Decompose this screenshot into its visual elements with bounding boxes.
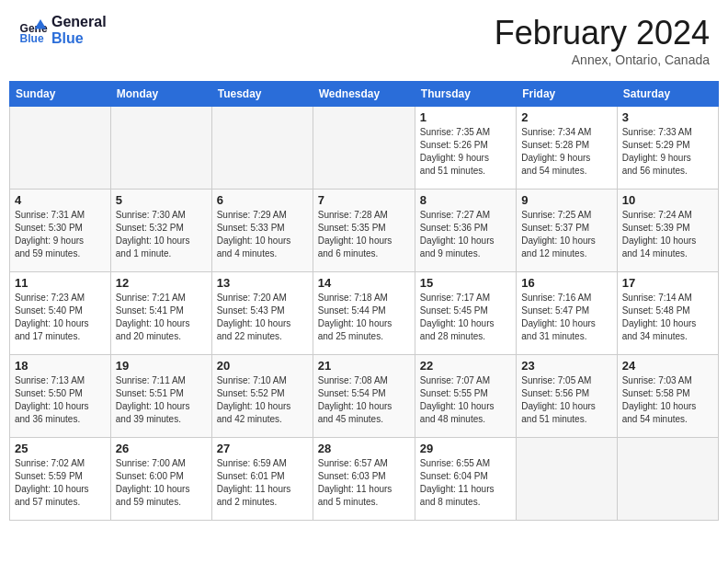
weekday-header-thursday: Thursday bbox=[415, 82, 516, 107]
calendar-cell: 13Sunrise: 7:20 AM Sunset: 5:43 PM Dayli… bbox=[211, 272, 313, 355]
weekday-header-sunday: Sunday bbox=[10, 82, 111, 107]
day-number: 6 bbox=[217, 193, 308, 207]
day-number: 13 bbox=[217, 276, 308, 290]
calendar-cell: 14Sunrise: 7:18 AM Sunset: 5:44 PM Dayli… bbox=[313, 272, 415, 355]
day-info: Sunrise: 7:29 AM Sunset: 5:33 PM Dayligh… bbox=[217, 209, 308, 260]
day-number: 27 bbox=[217, 442, 308, 455]
calendar-cell: 21Sunrise: 7:08 AM Sunset: 5:54 PM Dayli… bbox=[313, 355, 415, 438]
calendar-cell: 1Sunrise: 7:35 AM Sunset: 5:26 PM Daylig… bbox=[415, 107, 516, 190]
day-number: 10 bbox=[622, 193, 713, 207]
day-info: Sunrise: 6:57 AM Sunset: 6:03 PM Dayligh… bbox=[318, 457, 410, 509]
calendar-cell: 12Sunrise: 7:21 AM Sunset: 5:41 PM Dayli… bbox=[110, 272, 211, 355]
day-info: Sunrise: 7:10 AM Sunset: 5:52 PM Dayligh… bbox=[217, 374, 308, 426]
calendar-cell: 8Sunrise: 7:27 AM Sunset: 5:36 PM Daylig… bbox=[415, 190, 516, 272]
calendar-cell: 25Sunrise: 7:02 AM Sunset: 5:59 PM Dayli… bbox=[10, 438, 111, 521]
logo: General Blue General Blue bbox=[18, 14, 107, 46]
calendar-title: February 2024 bbox=[495, 14, 710, 52]
day-number: 20 bbox=[217, 359, 308, 373]
calendar-cell bbox=[517, 438, 617, 521]
day-info: Sunrise: 7:24 AM Sunset: 5:39 PM Dayligh… bbox=[622, 209, 713, 260]
day-info: Sunrise: 7:02 AM Sunset: 5:59 PM Dayligh… bbox=[15, 457, 106, 509]
day-number: 28 bbox=[318, 442, 410, 455]
day-info: Sunrise: 7:05 AM Sunset: 5:56 PM Dayligh… bbox=[521, 374, 611, 426]
day-info: Sunrise: 7:28 AM Sunset: 5:35 PM Dayligh… bbox=[318, 209, 410, 260]
day-number: 12 bbox=[116, 276, 207, 290]
calendar-cell: 5Sunrise: 7:30 AM Sunset: 5:32 PM Daylig… bbox=[110, 190, 211, 272]
day-number: 11 bbox=[15, 276, 106, 290]
page-header: General Blue General Blue February 2024 … bbox=[9, 9, 719, 72]
title-block: February 2024 Annex, Ontario, Canada bbox=[495, 14, 710, 67]
day-number: 4 bbox=[15, 193, 106, 207]
day-info: Sunrise: 7:21 AM Sunset: 5:41 PM Dayligh… bbox=[116, 292, 207, 343]
weekday-header-saturday: Saturday bbox=[617, 82, 718, 107]
calendar-cell: 6Sunrise: 7:29 AM Sunset: 5:33 PM Daylig… bbox=[211, 190, 313, 272]
day-number: 14 bbox=[318, 276, 410, 290]
day-number: 24 bbox=[622, 359, 713, 373]
calendar-cell: 3Sunrise: 7:33 AM Sunset: 5:29 PM Daylig… bbox=[617, 107, 718, 190]
day-info: Sunrise: 7:11 AM Sunset: 5:51 PM Dayligh… bbox=[116, 374, 207, 426]
calendar-week-row: 25Sunrise: 7:02 AM Sunset: 5:59 PM Dayli… bbox=[10, 438, 719, 521]
calendar-cell: 23Sunrise: 7:05 AM Sunset: 5:56 PM Dayli… bbox=[517, 355, 617, 438]
calendar-subtitle: Annex, Ontario, Canada bbox=[495, 52, 710, 67]
calendar-cell: 16Sunrise: 7:16 AM Sunset: 5:47 PM Dayli… bbox=[517, 272, 617, 355]
calendar-cell: 22Sunrise: 7:07 AM Sunset: 5:55 PM Dayli… bbox=[415, 355, 516, 438]
day-info: Sunrise: 7:17 AM Sunset: 5:45 PM Dayligh… bbox=[420, 292, 511, 343]
svg-text:Blue: Blue bbox=[20, 31, 44, 44]
calendar-cell: 18Sunrise: 7:13 AM Sunset: 5:50 PM Dayli… bbox=[10, 355, 111, 438]
calendar-cell bbox=[110, 107, 211, 190]
calendar-week-row: 11Sunrise: 7:23 AM Sunset: 5:40 PM Dayli… bbox=[10, 272, 719, 355]
calendar-cell: 27Sunrise: 6:59 AM Sunset: 6:01 PM Dayli… bbox=[211, 438, 313, 521]
day-info: Sunrise: 7:31 AM Sunset: 5:30 PM Dayligh… bbox=[15, 209, 106, 260]
calendar-week-row: 1Sunrise: 7:35 AM Sunset: 5:26 PM Daylig… bbox=[10, 107, 719, 190]
day-info: Sunrise: 6:59 AM Sunset: 6:01 PM Dayligh… bbox=[217, 457, 308, 509]
day-info: Sunrise: 7:07 AM Sunset: 5:55 PM Dayligh… bbox=[420, 374, 511, 426]
day-info: Sunrise: 7:00 AM Sunset: 6:00 PM Dayligh… bbox=[116, 457, 207, 509]
day-info: Sunrise: 7:20 AM Sunset: 5:43 PM Dayligh… bbox=[217, 292, 308, 343]
day-info: Sunrise: 7:35 AM Sunset: 5:26 PM Dayligh… bbox=[420, 126, 511, 178]
calendar-cell bbox=[617, 438, 718, 521]
day-number: 18 bbox=[15, 359, 106, 373]
weekday-header-wednesday: Wednesday bbox=[313, 82, 415, 107]
day-number: 21 bbox=[318, 359, 410, 373]
day-info: Sunrise: 7:34 AM Sunset: 5:28 PM Dayligh… bbox=[521, 126, 611, 178]
day-number: 15 bbox=[420, 276, 511, 290]
calendar-cell: 17Sunrise: 7:14 AM Sunset: 5:48 PM Dayli… bbox=[617, 272, 718, 355]
day-info: Sunrise: 7:08 AM Sunset: 5:54 PM Dayligh… bbox=[318, 374, 410, 426]
day-info: Sunrise: 7:18 AM Sunset: 5:44 PM Dayligh… bbox=[318, 292, 410, 343]
calendar-cell bbox=[211, 107, 313, 190]
day-number: 19 bbox=[116, 359, 207, 373]
calendar-cell: 10Sunrise: 7:24 AM Sunset: 5:39 PM Dayli… bbox=[617, 190, 718, 272]
day-info: Sunrise: 7:23 AM Sunset: 5:40 PM Dayligh… bbox=[15, 292, 106, 343]
calendar-cell: 15Sunrise: 7:17 AM Sunset: 5:45 PM Dayli… bbox=[415, 272, 516, 355]
weekday-header-friday: Friday bbox=[517, 82, 617, 107]
day-number: 22 bbox=[420, 359, 511, 373]
calendar-cell: 4Sunrise: 7:31 AM Sunset: 5:30 PM Daylig… bbox=[10, 190, 111, 272]
calendar-cell bbox=[10, 107, 111, 190]
day-number: 23 bbox=[521, 359, 611, 373]
calendar-week-row: 18Sunrise: 7:13 AM Sunset: 5:50 PM Dayli… bbox=[10, 355, 719, 438]
day-number: 17 bbox=[622, 276, 713, 290]
calendar-cell: 26Sunrise: 7:00 AM Sunset: 6:00 PM Dayli… bbox=[110, 438, 211, 521]
logo-icon: General Blue bbox=[18, 16, 48, 45]
calendar-table: SundayMondayTuesdayWednesdayThursdayFrid… bbox=[9, 81, 719, 521]
day-number: 8 bbox=[420, 193, 511, 207]
logo-general: General bbox=[51, 14, 107, 30]
calendar-week-row: 4Sunrise: 7:31 AM Sunset: 5:30 PM Daylig… bbox=[10, 190, 719, 272]
calendar-cell: 11Sunrise: 7:23 AM Sunset: 5:40 PM Dayli… bbox=[10, 272, 111, 355]
day-info: Sunrise: 6:55 AM Sunset: 6:04 PM Dayligh… bbox=[420, 457, 511, 509]
day-info: Sunrise: 7:33 AM Sunset: 5:29 PM Dayligh… bbox=[622, 126, 713, 178]
weekday-header-monday: Monday bbox=[110, 82, 211, 107]
day-number: 3 bbox=[622, 110, 713, 124]
day-number: 25 bbox=[15, 442, 106, 455]
calendar-cell: 28Sunrise: 6:57 AM Sunset: 6:03 PM Dayli… bbox=[313, 438, 415, 521]
day-number: 16 bbox=[521, 276, 611, 290]
day-info: Sunrise: 7:25 AM Sunset: 5:37 PM Dayligh… bbox=[521, 209, 611, 260]
day-number: 7 bbox=[318, 193, 410, 207]
day-info: Sunrise: 7:27 AM Sunset: 5:36 PM Dayligh… bbox=[420, 209, 511, 260]
day-info: Sunrise: 7:13 AM Sunset: 5:50 PM Dayligh… bbox=[15, 374, 106, 426]
day-number: 9 bbox=[521, 193, 611, 207]
day-info: Sunrise: 7:03 AM Sunset: 5:58 PM Dayligh… bbox=[622, 374, 713, 426]
day-number: 2 bbox=[521, 110, 611, 124]
calendar-cell: 19Sunrise: 7:11 AM Sunset: 5:51 PM Dayli… bbox=[110, 355, 211, 438]
calendar-cell: 2Sunrise: 7:34 AM Sunset: 5:28 PM Daylig… bbox=[517, 107, 617, 190]
